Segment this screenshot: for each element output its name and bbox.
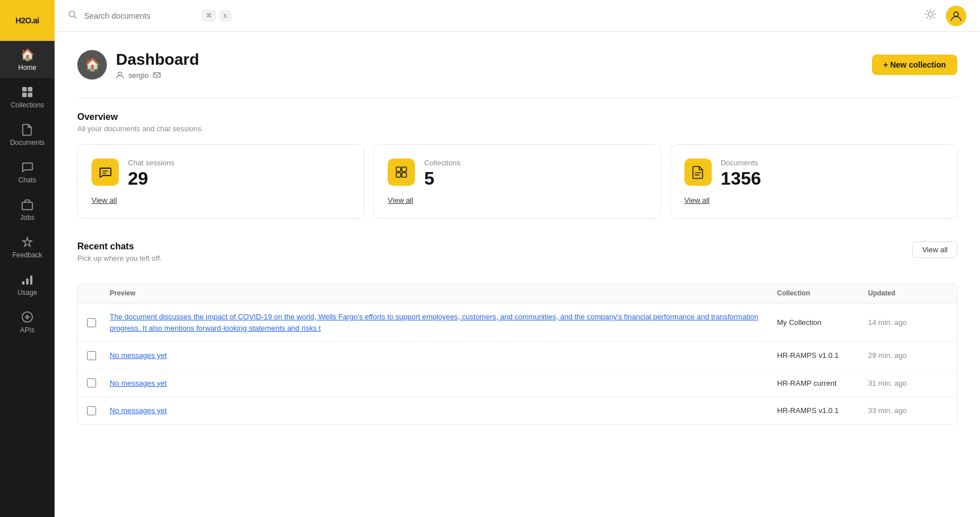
table-header: Preview Collection Updated: [78, 283, 957, 303]
chats-icon: [20, 160, 34, 174]
header-divider: [77, 98, 957, 98]
chats-table: Preview Collection Updated The document …: [77, 283, 957, 425]
overview-subtitle: All your documents and chat sessions.: [77, 124, 957, 133]
stat-card-top-documents: Documents 1356: [684, 159, 943, 189]
stat-view-all-chat[interactable]: View all: [92, 196, 117, 205]
sidebar-item-chats[interactable]: Chats: [0, 153, 55, 191]
page-content: 🏠 Dashboard sergio: [55, 32, 980, 517]
row-collection-2: HR-RAMPS v1.0.1: [777, 351, 868, 360]
row-checkbox-2[interactable]: [87, 351, 96, 360]
overview-title: Overview: [77, 112, 957, 122]
jobs-icon: [20, 198, 34, 211]
svg-rect-7: [30, 276, 32, 285]
row-checkbox-3[interactable]: [87, 378, 96, 387]
row-updated-3: 31 min. ago: [868, 379, 948, 387]
table-row: No messages yet HR-RAMPS v1.0.1 29 min. …: [78, 342, 957, 370]
svg-rect-15: [396, 167, 401, 172]
stat-value-chat: 29: [128, 168, 350, 189]
stat-view-all-collections[interactable]: View all: [388, 196, 413, 205]
user-icon: [116, 71, 124, 79]
stat-card-documents: Documents 1356 View all: [670, 144, 957, 219]
stat-card-chat-sessions: Chat sessions 29 View all: [77, 144, 364, 219]
sidebar-item-label: Collections: [11, 101, 44, 109]
collections-stat-icon: [388, 159, 415, 186]
row-updated-2: 29 min. ago: [868, 351, 948, 360]
recent-chats-view-all-button[interactable]: View all: [912, 241, 957, 258]
sidebar-item-jobs[interactable]: Jobs: [0, 191, 55, 228]
stat-label-documents: Documents: [721, 159, 943, 167]
sidebar: H2O.ai 🏠 Home Collections Documents: [0, 0, 55, 517]
avatar[interactable]: [946, 6, 966, 26]
svg-rect-0: [22, 87, 27, 91]
row-preview-1[interactable]: The document discusses the impact of COV…: [110, 311, 777, 333]
sidebar-item-label: Home: [18, 64, 36, 72]
search-input[interactable]: [84, 11, 198, 20]
stat-value-documents: 1356: [721, 168, 943, 189]
sidebar-item-label: Documents: [10, 139, 45, 147]
table-header-updated: Updated: [868, 289, 948, 297]
recent-chats-subtitle: Pick up where you left off.: [77, 254, 162, 262]
sidebar-item-home[interactable]: 🏠 Home: [0, 41, 55, 78]
svg-rect-1: [28, 87, 32, 91]
usage-icon: [20, 273, 34, 286]
recent-chats-title: Recent chats: [77, 241, 162, 252]
sidebar-item-documents[interactable]: Documents: [0, 116, 55, 153]
row-preview-3[interactable]: No messages yet: [110, 378, 777, 389]
row-checkbox-4[interactable]: [87, 406, 96, 415]
main-content: ⌘ K 🏠 Dashboard: [55, 0, 980, 517]
row-collection-4: HR-RAMPS v1.0.1: [777, 406, 868, 415]
svg-point-11: [928, 12, 933, 16]
row-preview-2[interactable]: No messages yet: [110, 350, 777, 361]
svg-point-12: [954, 12, 958, 16]
sidebar-item-apis[interactable]: APIs: [0, 303, 55, 341]
svg-point-9: [26, 316, 28, 318]
page-title: Dashboard: [116, 51, 199, 69]
stats-row: Chat sessions 29 View all: [77, 144, 957, 219]
theme-toggle-icon[interactable]: [924, 8, 937, 23]
stat-info-documents: Documents 1356: [721, 159, 943, 189]
svg-rect-16: [402, 167, 406, 172]
stat-info-chat: Chat sessions 29: [128, 159, 350, 189]
table-row: No messages yet HR-RAMP current 31 min. …: [78, 370, 957, 398]
dashboard-title-text: Dashboard sergio: [116, 51, 199, 80]
svg-point-8: [22, 312, 32, 322]
sidebar-item-collections[interactable]: Collections: [0, 78, 55, 116]
email-icon: [153, 71, 161, 79]
row-preview-4[interactable]: No messages yet: [110, 405, 777, 416]
table-header-preview: Preview: [110, 289, 777, 297]
sidebar-item-usage[interactable]: Usage: [0, 266, 55, 303]
recent-chats-section: Recent chats Pick up where you left off.…: [77, 241, 957, 425]
svg-rect-17: [396, 173, 401, 177]
sidebar-item-label: Chats: [18, 176, 36, 184]
table-header-collection: Collection: [777, 289, 868, 297]
sidebar-item-label: Feedback: [13, 251, 43, 259]
search-kbd-k: K: [220, 11, 231, 21]
app-logo[interactable]: H2O.ai: [0, 0, 55, 41]
table-header-checkbox: [87, 289, 110, 297]
new-collection-button[interactable]: + New collection: [872, 55, 957, 75]
svg-rect-3: [28, 93, 32, 97]
sidebar-item-label: APIs: [20, 326, 34, 334]
overview-section: Overview All your documents and chat ses…: [77, 112, 957, 219]
row-checkbox-1[interactable]: [87, 318, 96, 327]
dashboard-user: sergio: [116, 71, 199, 80]
collections-icon: [20, 85, 34, 99]
svg-rect-4: [22, 202, 32, 210]
search-wrapper: ⌘ K: [84, 10, 917, 21]
stat-info-collections: Collections 5: [424, 159, 646, 189]
svg-rect-18: [402, 173, 406, 177]
topbar: ⌘ K: [55, 0, 980, 32]
row-collection-3: HR-RAMP current: [777, 379, 868, 387]
stat-view-all-documents[interactable]: View all: [684, 196, 710, 205]
sidebar-item-label: Jobs: [20, 214, 34, 222]
stat-label-chat: Chat sessions: [128, 159, 350, 167]
dashboard-icon: 🏠: [77, 50, 107, 80]
dashboard-header: 🏠 Dashboard sergio: [77, 50, 957, 80]
home-icon: 🏠: [20, 48, 34, 61]
stat-value-collections: 5: [424, 168, 646, 189]
sidebar-item-feedback[interactable]: Feedback: [0, 228, 55, 266]
svg-rect-2: [22, 93, 27, 97]
stat-card-top: Chat sessions 29: [92, 159, 350, 189]
table-row: No messages yet HR-RAMPS v1.0.1 33 min. …: [78, 397, 957, 424]
documents-icon: [20, 123, 34, 136]
